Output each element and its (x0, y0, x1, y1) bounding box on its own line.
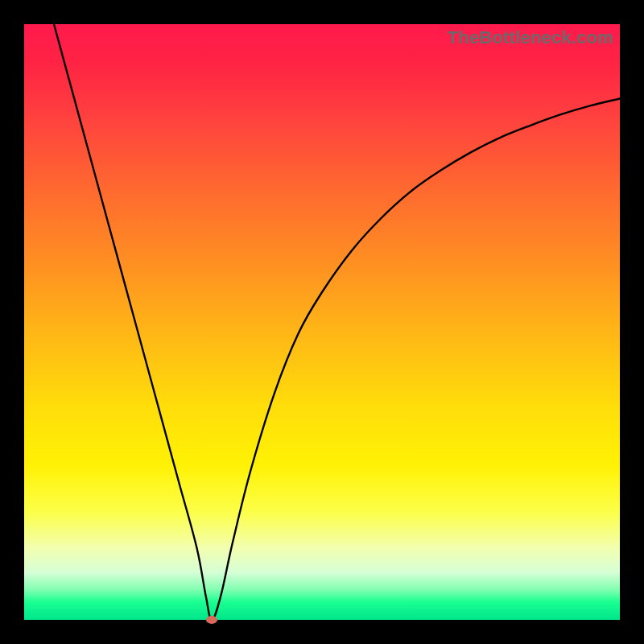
optimal-point-marker (206, 616, 217, 624)
plot-area: TheBottleneck.com (24, 24, 620, 620)
chart-container: { "watermark": "TheBottleneck.com", "col… (0, 0, 644, 644)
bottleneck-curve (24, 24, 620, 620)
